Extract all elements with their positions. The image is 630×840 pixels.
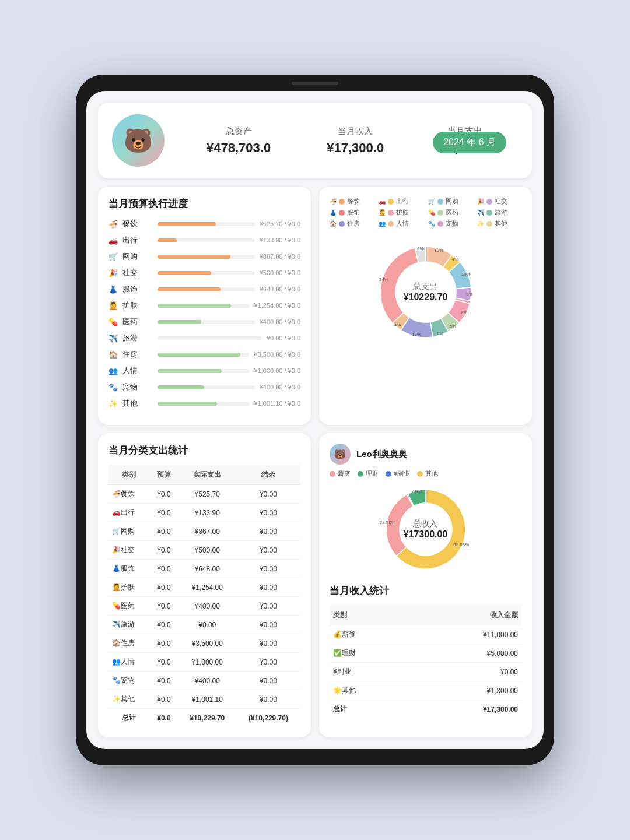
budget-category-label: 餐饮 [123,219,153,229]
svg-text:6%: 6% [436,331,443,336]
budget-icon: 💆 [108,301,118,310]
budget-category-label: 住房 [123,349,153,360]
budget-icon: 🐾 [108,383,118,392]
profile-mini-avatar: 🐻 [330,444,351,465]
table-row: 🎉社交¥0.0¥500.00¥0.00 [108,541,300,560]
budget-icon: ✨ [108,399,118,408]
svg-text:5%: 5% [449,324,456,329]
budget-amount: ¥1,001.10 / ¥0.0 [254,400,300,407]
budget-amount: ¥648.00 / ¥0.0 [260,286,300,293]
total-assets: 总资产 ¥478,703.0 [206,126,271,156]
total-assets-label: 总资产 [206,126,271,137]
budget-icon: 🚗 [108,236,118,245]
income-chart-value: ¥17300.00 [404,529,448,540]
budget-bar [158,402,249,406]
budget-amount: ¥525.70 / ¥0.0 [260,220,300,227]
expense-chart-title: 总支出 [404,282,448,292]
income-col-cat: 类别 [330,606,409,625]
income-col-amount: 收入金额 [409,606,522,625]
table-row: 🍜餐饮¥0.0¥525.70¥0.00 [108,485,300,504]
svg-text:28.90%: 28.90% [379,520,395,525]
budget-amount: ¥867.00 / ¥0.0 [260,253,300,260]
budget-bar [158,222,255,226]
table-row: 🛒网购¥0.0¥867.00¥0.00 [108,522,300,541]
budget-amount: ¥400.00 / ¥0.0 [260,384,300,391]
expense-col-budget: 预算 [149,465,178,485]
table-row: 🌟其他¥1,300.00 [330,681,522,700]
svg-text:10%: 10% [461,272,470,277]
income-table-body: 💰薪资¥11,000.00✅理财¥5,000.00¥副业¥0.00🌟其他¥1,3… [330,625,522,719]
expense-legend-item: 🐾宠物 [428,219,473,228]
total-assets-value: ¥478,703.0 [206,140,271,156]
svg-text:4%: 4% [394,322,401,328]
expense-legend-item: 🚗出行 [379,197,423,206]
expense-col-balance: 结余 [236,465,300,485]
expense-legend: 🍜餐饮🚗出行🛒网购🎉社交👗服饰💆护肤💊医药✈️旅游🏠住房👥人情🐾宠物✨其他 [330,197,522,228]
profile-row: 🐻 Leo利奥奥奥 [330,444,522,465]
budget-amount: ¥1,000.00 / ¥0.0 [254,367,300,374]
budget-bar [158,320,255,324]
budget-bar [158,238,255,242]
table-total-row: 总计¥17,300.00 [330,700,522,719]
budget-item: 💆 护肤 ¥1,254.00 / ¥0.0 [108,300,300,311]
expense-legend-item: 👥人情 [379,219,423,228]
svg-text:4%: 4% [452,256,459,262]
svg-text:8%: 8% [460,310,467,315]
budget-icon: 🍜 [108,220,118,229]
budget-item: 🍜 餐饮 ¥525.70 / ¥0.0 [108,219,300,229]
budget-icon: 🛒 [108,252,118,261]
budget-amount: ¥0.00 / ¥0.0 [267,335,300,342]
expense-legend-item: 🎉社交 [477,197,522,206]
table-row: ✨其他¥0.0¥1,001.10¥0.00 [108,690,300,709]
table-total-row: 总计¥0.0¥10,229.70(¥10,229.70) [108,709,300,727]
income-legend-item: ¥副业 [386,469,410,478]
svg-text:12%: 12% [412,332,421,337]
budget-bar [158,353,249,357]
expense-legend-item: 💊医药 [428,208,473,217]
budget-item: 🐾 宠物 ¥400.00 / ¥0.0 [108,382,300,392]
svg-text:63.58%: 63.58% [453,542,469,547]
budget-amount: ¥3,500.00 / ¥0.0 [254,351,300,358]
budget-item: 🏠 住房 ¥3,500.00 / ¥0.0 [108,349,300,360]
budget-card: 当月预算执行进度 🍜 餐饮 ¥525.70 / ¥0.0 🚗 出行 ¥133.9… [98,187,311,425]
budget-items: 🍜 餐饮 ¥525.70 / ¥0.0 🚗 出行 ¥133.90 / ¥0.0 … [108,219,300,409]
budget-category-label: 医药 [123,317,153,327]
budget-item: 🛒 网购 ¥867.00 / ¥0.0 [108,251,300,262]
budget-category-label: 人情 [123,365,153,376]
table-row: ✅理财¥5,000.00 [330,644,522,663]
budget-bar [158,385,255,389]
table-row: ¥副业¥0.00 [330,663,522,681]
income-card: 🐻 Leo利奥奥奥 薪资理财¥副业其他 63.58%28.90%7.5% 总收入… [319,433,532,737]
expense-chart-card: 🍜餐饮🚗出行🛒网购🎉社交👗服饰💆护肤💊医药✈️旅游🏠住房👥人情🐾宠物✨其他 10… [319,187,532,425]
monthly-income-value: ¥17,300.0 [327,140,384,156]
budget-amount: ¥1,254.00 / ¥0.0 [254,302,300,309]
budget-category-label: 护肤 [123,300,153,311]
budget-icon: 👥 [108,367,118,375]
income-table-title: 当月收入统计 [330,584,522,598]
expense-table-card: 当月分类支出统计 类别 预算 实际支出 结余 🍜餐饮¥0.0¥525.70¥0.… [98,433,311,737]
budget-item: ✨ 其他 ¥1,001.10 / ¥0.0 [108,398,300,409]
budget-item: 💊 医药 ¥400.00 / ¥0.0 [108,317,300,327]
table-row: 💆护肤¥0.0¥1,254.00¥0.00 [108,578,300,597]
table-row: 🐾宠物¥0.0¥400.00¥0.00 [108,672,300,690]
expense-donut-wrap: 10%4%10%5%8%5%6%12%4%34%4% 总支出 ¥10229.70 [330,234,522,350]
expense-donut-center: 总支出 ¥10229.70 [404,282,448,303]
budget-amount: ¥133.90 / ¥0.0 [260,237,300,244]
expense-legend-item: 🍜餐饮 [330,197,374,206]
expense-legend-item: 👗服饰 [330,208,374,217]
income-legend-item: 理财 [358,469,379,478]
expense-table-title: 当月分类支出统计 [108,444,300,457]
svg-text:10%: 10% [434,248,443,253]
income-table: 类别 收入金额 💰薪资¥11,000.00✅理财¥5,000.00¥副业¥0.0… [330,606,522,718]
income-legend-item: 其他 [417,469,438,478]
budget-amount: ¥400.00 / ¥0.0 [260,318,300,325]
expense-legend-item: 💆护肤 [379,208,423,217]
profile-name: Leo利奥奥奥 [356,449,407,460]
budget-category-label: 网购 [123,251,153,262]
expense-table: 类别 预算 实际支出 结余 🍜餐饮¥0.0¥525.70¥0.00🚗出行¥0.0… [108,465,300,727]
table-row: 👗服饰¥0.0¥648.00¥0.00 [108,560,300,578]
budget-category-label: 社交 [123,268,153,278]
device-frame: 🐻 总资产 ¥478,703.0 当月收入 ¥17,300.0 当月支出 ¥8,… [76,75,554,765]
main-grid: 当月预算执行进度 🍜 餐饮 ¥525.70 / ¥0.0 🚗 出行 ¥133.9… [98,187,532,737]
monthly-income: 当月收入 ¥17,300.0 [327,126,384,156]
